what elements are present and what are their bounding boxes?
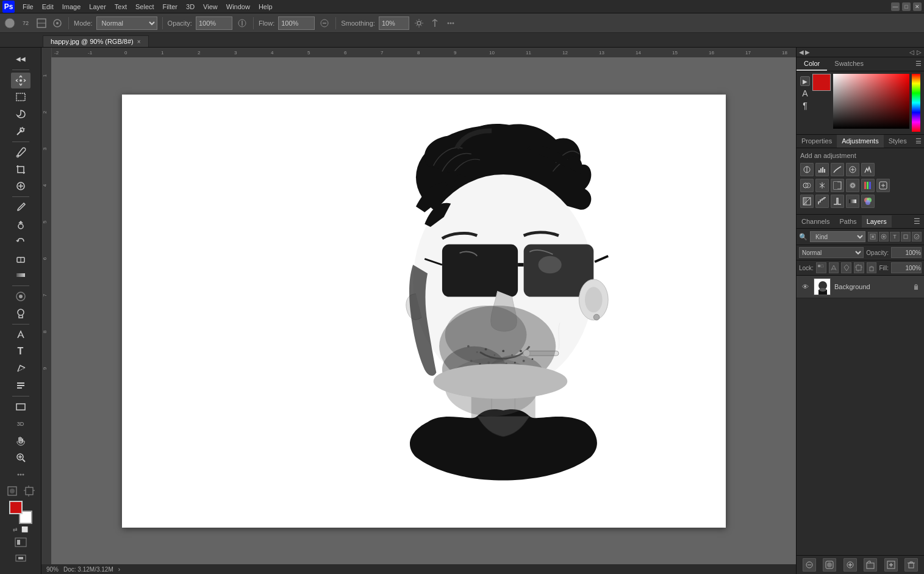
eyedropper-tool[interactable] xyxy=(11,145,30,160)
photo-filter-adj[interactable] xyxy=(846,179,859,192)
channel-mixer-adj[interactable] xyxy=(861,179,875,192)
brush-toggle-icon[interactable] xyxy=(35,17,48,29)
pressure-opacity-icon[interactable] xyxy=(236,17,248,29)
channels-tab[interactable]: Channels xyxy=(797,215,834,228)
opacity-input[interactable] xyxy=(196,16,232,30)
fill-value-input[interactable] xyxy=(891,262,922,273)
3d-tool[interactable]: 3D xyxy=(11,416,30,432)
extra-tool-2[interactable] xyxy=(9,551,33,565)
posterize-adj[interactable] xyxy=(815,195,829,208)
pressure-flow-icon[interactable] xyxy=(318,17,331,29)
delete-layer-button[interactable] xyxy=(904,558,918,572)
vibrance-adj[interactable] xyxy=(861,163,875,176)
smoothing-input[interactable] xyxy=(379,16,409,30)
flow-input[interactable] xyxy=(278,16,315,30)
hand-tool[interactable] xyxy=(11,433,30,449)
color-panel-menu[interactable]: ☰ xyxy=(913,57,924,71)
menu-edit[interactable]: Edit xyxy=(38,2,58,12)
color-paragraph-icon[interactable]: ¶ xyxy=(803,101,808,110)
lock-transparent-pixels-icon[interactable] xyxy=(816,262,826,273)
lock-artboard-icon[interactable] xyxy=(854,262,864,273)
menu-3d[interactable]: 3D xyxy=(182,2,199,12)
layers-panel-menu-button[interactable]: ☰ xyxy=(910,215,924,228)
paths-tab[interactable]: Paths xyxy=(834,215,861,228)
extra-tool-1[interactable] xyxy=(9,535,33,550)
marquee-rect-tool[interactable] xyxy=(11,90,30,106)
levels-adj[interactable] xyxy=(815,163,829,176)
artboard-tool[interactable] xyxy=(22,484,37,498)
pen-tool[interactable] xyxy=(11,327,30,343)
adjustments-tab[interactable]: Adjustments xyxy=(837,135,884,148)
menu-image[interactable]: Image xyxy=(58,2,85,12)
color-tab[interactable]: Color xyxy=(797,57,827,71)
exposure-adj[interactable] xyxy=(846,163,859,176)
panel-options-button[interactable]: ◁ xyxy=(909,49,914,56)
menu-view[interactable]: View xyxy=(199,2,222,12)
document-tab[interactable]: happy.jpg @ 90% (RGB/8#) × xyxy=(43,35,149,47)
hue-slider[interactable] xyxy=(912,74,920,132)
zoom-tool[interactable] xyxy=(11,450,30,465)
marquee-lasso-tool[interactable] xyxy=(11,106,30,122)
foreground-swatch[interactable] xyxy=(812,74,831,91)
color-play-button[interactable]: ▶ xyxy=(800,76,810,86)
brush-tool[interactable] xyxy=(11,199,30,215)
bw-adj[interactable] xyxy=(831,179,844,192)
opacity-value-input[interactable] xyxy=(891,247,922,258)
magic-wand-tool[interactable] xyxy=(11,123,30,139)
paragraph-tool[interactable] xyxy=(11,378,30,393)
menu-select[interactable]: Select xyxy=(131,2,159,12)
menu-text[interactable]: Text xyxy=(110,2,131,12)
selective-color-adj[interactable] xyxy=(861,195,875,208)
styles-tab[interactable]: Styles xyxy=(884,135,912,148)
toolbar-collapse-button[interactable]: ◀◀ xyxy=(11,51,30,67)
lock-position-icon[interactable] xyxy=(841,262,851,273)
extra-icon[interactable] xyxy=(445,17,457,29)
quick-mask-tool[interactable] xyxy=(5,484,20,498)
symmetry-icon[interactable] xyxy=(429,17,441,29)
curves-adj[interactable] xyxy=(831,163,844,176)
more-tools-button[interactable] xyxy=(11,467,30,483)
document-canvas[interactable] xyxy=(122,95,726,528)
filter-adjustment-icon[interactable] xyxy=(879,232,889,242)
create-new-layer-button[interactable] xyxy=(884,558,898,572)
panels-collapse-left[interactable]: ◀ xyxy=(799,49,804,56)
menu-help[interactable]: Help xyxy=(254,2,277,12)
add-layer-mask-button[interactable] xyxy=(823,558,836,572)
status-arrow[interactable]: › xyxy=(118,566,120,573)
airbrush-icon[interactable] xyxy=(51,17,63,29)
brightness-contrast-adj[interactable] xyxy=(800,163,814,176)
healing-tool[interactable] xyxy=(11,179,30,195)
type-tool[interactable]: T xyxy=(11,344,30,360)
minimize-button[interactable]: — xyxy=(891,2,900,11)
swap-colors-icon[interactable]: ⇄ xyxy=(13,526,18,533)
add-layer-style-button[interactable] xyxy=(803,558,816,572)
gradient-map-adj[interactable] xyxy=(846,195,859,208)
lock-all-icon[interactable] xyxy=(867,262,877,273)
menu-window[interactable]: Window xyxy=(222,2,254,12)
panel-expand-button[interactable]: ▷ xyxy=(917,49,922,56)
blend-mode-select[interactable]: Normal Dissolve Multiply Screen Overlay xyxy=(799,247,864,258)
menu-layer[interactable]: Layer xyxy=(85,2,110,12)
dodge-tool[interactable] xyxy=(11,306,30,321)
layer-visibility-icon[interactable]: 👁 xyxy=(800,282,810,292)
filter-shape-icon[interactable] xyxy=(901,232,911,242)
color-lookup-adj[interactable] xyxy=(876,179,890,192)
invert-adj[interactable] xyxy=(800,195,814,208)
filter-pixel-icon[interactable] xyxy=(868,232,878,242)
layers-filter-select[interactable]: Kind Name Effect Mode Attribute Color xyxy=(810,231,865,242)
default-colors-icon[interactable]: ⬜ xyxy=(21,526,28,533)
table-row[interactable]: 👁 Background xyxy=(797,276,924,298)
close-button[interactable]: ✕ xyxy=(913,2,922,11)
brush-preset-icon[interactable] xyxy=(4,17,16,29)
lock-image-pixels-icon[interactable] xyxy=(829,262,839,273)
path-select-tool[interactable] xyxy=(11,361,30,376)
color-picker-gradient[interactable] xyxy=(833,74,909,129)
swatches-tab[interactable]: Swatches xyxy=(827,57,871,71)
properties-tab[interactable]: Properties xyxy=(797,135,837,148)
blur-tool[interactable] xyxy=(11,289,30,304)
clone-stamp-tool[interactable] xyxy=(11,217,30,232)
panels-collapse-right[interactable]: ▶ xyxy=(805,49,810,56)
threshold-adj[interactable] xyxy=(831,195,844,208)
history-brush-tool[interactable] xyxy=(11,234,30,249)
foreground-background-colors[interactable] xyxy=(9,501,32,524)
